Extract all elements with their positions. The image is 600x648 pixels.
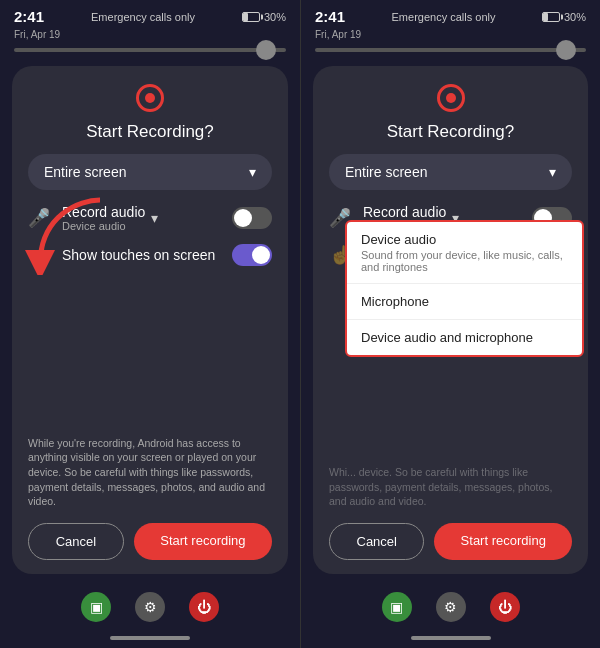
screen-dropdown-right[interactable]: Entire screen ▾ xyxy=(329,154,572,190)
time-right: 2:41 xyxy=(315,8,345,25)
show-touches-label-left: Show touches on screen xyxy=(62,247,220,263)
record-audio-sub-left: Device audio xyxy=(62,220,145,232)
time-left: 2:41 xyxy=(14,8,44,25)
start-recording-button-left[interactable]: Start recording xyxy=(134,523,272,560)
popup-item-label-microphone: Microphone xyxy=(361,294,568,309)
cancel-button-left[interactable]: Cancel xyxy=(28,523,124,560)
recent-apps-button-left[interactable]: ▣ xyxy=(81,592,111,622)
battery-right: 30% xyxy=(542,11,586,23)
left-panel: 2:41 Emergency calls only 30% Fri, Apr 1… xyxy=(0,0,300,648)
power-icon-right: ⏻ xyxy=(498,599,512,615)
home-indicator-right xyxy=(411,636,491,640)
record-audio-toggle-left[interactable] xyxy=(232,207,272,229)
cancel-button-right[interactable]: Cancel xyxy=(329,523,424,560)
touch-icon-left: ☝ xyxy=(28,244,50,266)
button-row-left: Cancel Start recording xyxy=(28,523,272,560)
record-icon-left xyxy=(28,84,272,116)
audio-dropdown-arrow-left[interactable]: ▾ xyxy=(151,210,158,226)
power-button-right[interactable]: ⏻ xyxy=(490,592,520,622)
dropdown-value-right: Entire screen xyxy=(345,164,427,180)
slider-right[interactable] xyxy=(315,48,586,52)
popup-item-device-audio[interactable]: Device audio Sound from your device, lik… xyxy=(347,222,582,284)
mic-icon-left: 🎤 xyxy=(28,207,50,229)
chevron-icon-right: ▾ xyxy=(549,164,556,180)
show-touches-row-left: ☝ Show touches on screen xyxy=(28,244,272,266)
power-icon-left: ⏻ xyxy=(197,599,211,615)
right-panel: 2:41 Emergency calls only 30% Fri, Apr 1… xyxy=(300,0,600,648)
date-right: Fri, Apr 19 xyxy=(315,29,361,40)
dialog-card-left: Start Recording? Entire screen ▾ 🎤 Recor… xyxy=(12,66,288,574)
slider-thumb-right[interactable] xyxy=(556,40,576,60)
power-button-left[interactable]: ⏻ xyxy=(189,592,219,622)
popup-item-label-device-audio: Device audio xyxy=(361,232,568,247)
home-button-right[interactable]: ⚙ xyxy=(436,592,466,622)
record-audio-label-right: Record audio xyxy=(363,204,446,220)
recent-apps-icon-left: ▣ xyxy=(90,599,103,615)
battery-icon-right xyxy=(542,12,560,22)
home-button-left[interactable]: ⚙ xyxy=(135,592,165,622)
popup-item-microphone[interactable]: Microphone xyxy=(347,284,582,320)
gear-icon-left: ⚙ xyxy=(144,599,157,615)
record-audio-label-left: Record audio xyxy=(62,204,145,220)
dialog-title-left: Start Recording? xyxy=(28,122,272,142)
popup-item-label-device-and-mic: Device audio and microphone xyxy=(361,330,568,345)
popup-item-sub-device-audio: Sound from your device, like music, call… xyxy=(361,249,568,273)
home-indicator-left xyxy=(110,636,190,640)
recent-apps-button-right[interactable]: ▣ xyxy=(382,592,412,622)
record-circle-left xyxy=(136,84,164,112)
slider-thumb-left[interactable] xyxy=(256,40,276,60)
popup-item-device-and-mic[interactable]: Device audio and microphone xyxy=(347,320,582,355)
start-recording-button-right[interactable]: Start recording xyxy=(434,523,572,560)
disclaimer-left: While you're recording, Android has acce… xyxy=(28,436,272,509)
bottom-nav-left: ▣ ⚙ ⏻ xyxy=(0,582,300,636)
battery-left: 30% xyxy=(242,11,286,23)
status-bar-left: 2:41 Emergency calls only 30% xyxy=(0,0,300,29)
record-icon-right xyxy=(329,84,572,116)
gear-icon-right: ⚙ xyxy=(444,599,457,615)
carrier-right: Emergency calls only xyxy=(392,11,496,23)
show-touches-toggle-left[interactable] xyxy=(232,244,272,266)
date-left: Fri, Apr 19 xyxy=(14,29,60,40)
disclaimer-right: Whi... device. So be careful with things… xyxy=(329,465,572,509)
bottom-nav-right: ▣ ⚙ ⏻ xyxy=(301,582,600,636)
record-circle-right xyxy=(437,84,465,112)
audio-dropdown-popup: Device audio Sound from your device, lik… xyxy=(345,220,584,357)
screen-dropdown-left[interactable]: Entire screen ▾ xyxy=(28,154,272,190)
dialog-title-right: Start Recording? xyxy=(329,122,572,142)
button-row-right: Cancel Start recording xyxy=(329,523,572,560)
status-bar-right: 2:41 Emergency calls only 30% xyxy=(301,0,600,29)
battery-icon-left xyxy=(242,12,260,22)
dropdown-value-left: Entire screen xyxy=(44,164,126,180)
slider-left[interactable] xyxy=(14,48,286,52)
carrier-left: Emergency calls only xyxy=(91,11,195,23)
recent-apps-icon-right: ▣ xyxy=(390,599,403,615)
chevron-icon-left: ▾ xyxy=(249,164,256,180)
record-audio-row-left: 🎤 Record audio Device audio ▾ xyxy=(28,204,272,232)
